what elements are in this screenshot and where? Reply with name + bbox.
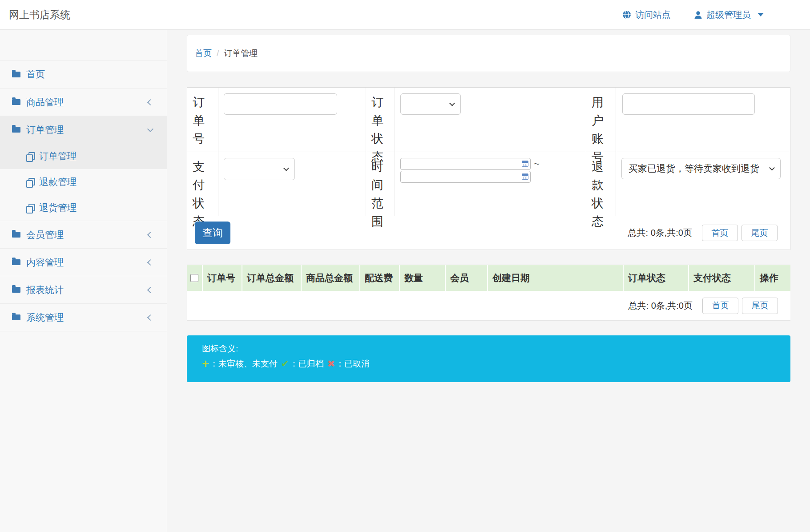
folder-icon (12, 127, 20, 133)
calendar-icon[interactable] (522, 161, 528, 167)
sidebar: 首页 商品管理 订单管理 订单管理 退款管理 退货管理 (0, 30, 167, 532)
sidebar-item-products[interactable]: 商品管理 (0, 88, 167, 116)
last-page-button[interactable]: 尾页 (742, 298, 778, 314)
sidebar-item-label: 会员管理 (26, 229, 64, 241)
top-bar: 网上书店系统 访问站点 超级管理员 (0, 0, 810, 30)
select-all-checkbox[interactable] (190, 274, 198, 282)
pagination-summary: 总共: 0条,共:0页 (628, 227, 692, 239)
first-page-button[interactable]: 首页 (702, 225, 738, 241)
globe-icon (622, 10, 631, 19)
sidebar-item-label: 订单管理 (39, 150, 77, 162)
refund-status-label-cell: 退款状态 (586, 152, 616, 216)
sidebar-subitem-order-management[interactable]: 订单管理 (0, 143, 167, 169)
copy-icon (26, 204, 34, 212)
last-page-button[interactable]: 尾页 (741, 225, 778, 241)
sidebar-item-system[interactable]: 系统管理 (0, 303, 167, 331)
main-content: 首页 / 订单管理 订单号 订单状态 (167, 30, 810, 532)
sidebar-item-label: 商品管理 (26, 96, 64, 109)
legend-item-cancelled: ✖：已取消 (327, 358, 370, 370)
folder-icon (12, 72, 20, 77)
column-header-pay-status: 支付状态 (689, 265, 755, 291)
chevron-left-icon (147, 259, 153, 265)
orders-table: 订单号 订单总金额 商品总金额 配送费 数量 会员 创建日期 订单状态 支付状态… (187, 265, 790, 321)
chevron-left-icon (147, 231, 153, 238)
date-from-input[interactable] (400, 158, 531, 170)
pagination-bottom: 总共: 0条,共:0页 首页 尾页 (629, 298, 778, 314)
sidebar-subitem-return-management[interactable]: 退货管理 (0, 195, 167, 221)
visit-site-link[interactable]: 访问站点 (622, 9, 671, 21)
folder-icon (12, 99, 20, 105)
pagination-top: 总共: 0条,共:0页 首页 尾页 (628, 225, 778, 241)
sidebar-item-label: 退货管理 (39, 202, 77, 214)
order-status-label-cell: 订单状态 (366, 88, 395, 152)
chevron-left-icon (147, 99, 153, 105)
legend-item-label: 已归档 (298, 358, 323, 370)
copy-icon (26, 152, 34, 161)
check-icon: ✔ (281, 359, 289, 369)
breadcrumb-home-link[interactable]: 首页 (195, 48, 212, 59)
pay-status-label: 支付状态 (193, 158, 206, 231)
column-header-actions: 操作 (755, 265, 790, 291)
order-no-input[interactable] (224, 93, 337, 115)
user-account-input[interactable] (622, 93, 755, 115)
folder-icon (12, 232, 20, 238)
sidebar-item-content[interactable]: 内容管理 (0, 248, 167, 276)
sidebar-item-label: 系统管理 (26, 311, 64, 324)
legend-separator: ： (290, 358, 298, 370)
legend-item-archived: ✔：已归档 (281, 358, 324, 370)
search-button[interactable]: 查询 (195, 222, 230, 244)
caret-down-icon (758, 13, 764, 16)
legend-title: 图标含义: (202, 343, 790, 355)
sidebar-item-label: 退款管理 (39, 176, 77, 188)
app-title: 网上书店系统 (9, 8, 70, 22)
legend-item-label: 未审核、未支付 (218, 358, 278, 370)
legend-separator: ： (210, 358, 218, 370)
tilde-separator: ~ (534, 158, 540, 170)
chevron-down-icon (449, 101, 455, 106)
cross-icon: ✖ (327, 359, 335, 369)
column-header-order-status: 订单状态 (624, 265, 689, 291)
breadcrumb-separator: / (217, 48, 219, 58)
order-no-label: 订单号 (193, 93, 206, 148)
filter-actions: 查询 总共: 0条,共:0页 首页 尾页 (187, 216, 790, 250)
copy-icon (26, 178, 34, 186)
visit-site-label: 访问站点 (635, 9, 671, 21)
legend-separator: ： (336, 358, 344, 370)
refund-status-label: 退款状态 (592, 158, 605, 231)
sidebar-item-home[interactable]: 首页 (0, 60, 167, 88)
legend-item-label: 已取消 (344, 358, 370, 370)
sidebar-item-label: 首页 (26, 68, 45, 81)
chevron-down-icon (283, 165, 289, 171)
chevron-down-icon (147, 125, 153, 132)
plus-icon: + (202, 359, 209, 368)
column-header-created-date: 创建日期 (488, 265, 624, 291)
pay-status-select[interactable] (224, 158, 295, 180)
chevron-left-icon (147, 314, 153, 320)
sidebar-subitem-refund-management[interactable]: 退款管理 (0, 169, 167, 195)
folder-icon (12, 314, 20, 320)
calendar-icon[interactable] (522, 173, 528, 180)
pay-status-label-cell: 支付状态 (187, 152, 218, 216)
refund-status-select[interactable]: 买家已退货，等待卖家收到退货 (621, 158, 781, 179)
breadcrumb: 首页 / 订单管理 (187, 35, 790, 72)
legend-item-unreviewed: +：未审核、未支付 (202, 358, 278, 370)
date-to-input[interactable] (400, 171, 531, 183)
user-name: 超级管理员 (706, 9, 751, 21)
pagination-summary: 总共: 0条,共:0页 (629, 300, 693, 312)
refund-status-value: 买家已退货，等待卖家收到退货 (622, 162, 774, 175)
orders-table-header: 订单号 订单总金额 商品总金额 配送费 数量 会员 创建日期 订单状态 支付状态… (187, 265, 790, 291)
orders-table-body: 总共: 0条,共:0页 首页 尾页 (187, 291, 790, 321)
sidebar-item-reports[interactable]: 报表统计 (0, 276, 167, 303)
first-page-button[interactable]: 首页 (702, 298, 738, 314)
time-range-label-cell: 时间范围 (366, 152, 395, 216)
user-menu[interactable]: 超级管理员 (694, 9, 764, 21)
user-account-label-cell: 用户账号 (586, 88, 616, 152)
folder-icon (12, 259, 20, 265)
sidebar-nav: 首页 商品管理 订单管理 订单管理 退款管理 退货管理 (0, 60, 167, 331)
sidebar-item-members[interactable]: 会员管理 (0, 221, 167, 248)
column-header-goods-total: 商品总金额 (302, 265, 360, 291)
sidebar-item-label: 内容管理 (26, 256, 64, 269)
legend-panel: 图标含义: +：未审核、未支付 ✔：已归档 ✖：已取消 (187, 335, 790, 382)
sidebar-item-orders[interactable]: 订单管理 (0, 116, 167, 143)
order-status-select[interactable] (400, 93, 461, 115)
